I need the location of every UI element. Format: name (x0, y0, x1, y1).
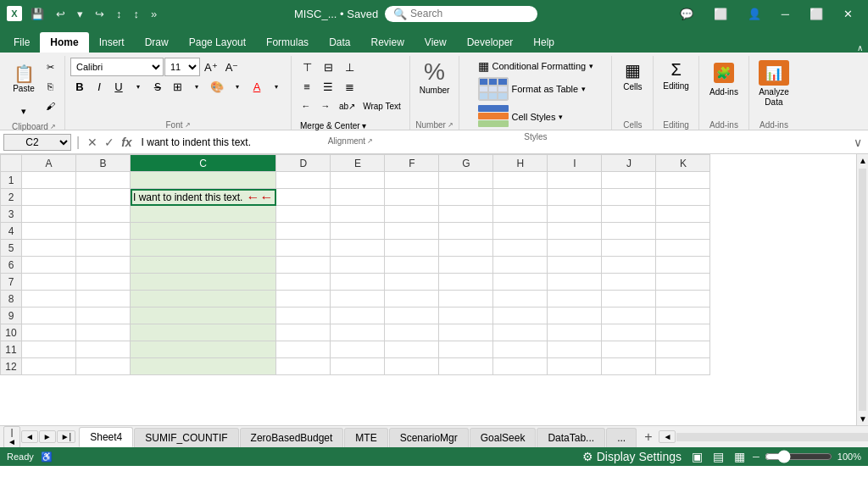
cell-E6[interactable] (331, 257, 385, 274)
cell-J10[interactable] (602, 324, 656, 341)
cell-E7[interactable] (331, 274, 385, 291)
cell-C4[interactable] (131, 223, 276, 240)
cell-J1[interactable] (602, 172, 656, 189)
tab-view[interactable]: View (415, 32, 457, 53)
cell-J2[interactable] (602, 189, 656, 206)
formula-input[interactable] (138, 136, 848, 148)
cell-C7[interactable] (131, 274, 276, 291)
cell-D12[interactable] (276, 358, 331, 375)
cell-G3[interactable] (439, 206, 493, 223)
clipboard-label[interactable]: Clipboard ↗ (12, 122, 56, 131)
sheet-nav-prev[interactable]: ◄ (21, 430, 38, 443)
cell-A1[interactable] (22, 172, 76, 189)
cell-A6[interactable] (22, 257, 76, 274)
cell-B4[interactable] (76, 223, 131, 240)
paste-dropdown[interactable]: ▾ (8, 102, 39, 120)
cell-A7[interactable] (22, 274, 76, 291)
cell-B6[interactable] (76, 257, 131, 274)
cell-I6[interactable] (548, 257, 602, 274)
qat-undo-dropdown[interactable]: ▾ (74, 6, 86, 22)
sheet-tab-ScenarioMgr[interactable]: ScenarioMgr (389, 428, 469, 447)
font-color-dropdown[interactable]: ▾ (267, 77, 286, 96)
sheet-tab-SUMIF-COUNTIF[interactable]: SUMIF_COUNTIF (134, 428, 238, 447)
cell-F8[interactable] (385, 291, 439, 307)
cell-A5[interactable] (22, 240, 76, 257)
cell-A4[interactable] (22, 223, 76, 240)
fill-color-button[interactable]: 🎨 (207, 77, 227, 96)
cell-A9[interactable] (22, 307, 76, 324)
cell-G4[interactable] (439, 223, 493, 240)
cells-btn[interactable]: ▦ Cells (617, 58, 648, 95)
qat-sort-desc[interactable]: ↕ (131, 6, 143, 22)
row-header-11[interactable]: 11 (1, 341, 22, 358)
align-bottom-btn[interactable]: ⊥ (339, 58, 359, 76)
row-header-3[interactable]: 3 (1, 206, 22, 223)
cell-G10[interactable] (439, 324, 493, 341)
cell-I12[interactable] (548, 358, 602, 375)
sheet-nav-first[interactable]: |◄ (3, 426, 20, 448)
cell-B10[interactable] (76, 324, 131, 341)
align-right-btn[interactable]: ≣ (339, 77, 359, 96)
cell-D7[interactable] (276, 274, 331, 291)
cell-F7[interactable] (385, 274, 439, 291)
search-bar[interactable]: 🔍 (385, 6, 537, 22)
cell-D8[interactable] (276, 291, 331, 307)
cell-B3[interactable] (76, 206, 131, 223)
cell-J9[interactable] (602, 307, 656, 324)
cell-H9[interactable] (493, 307, 548, 324)
col-header-D[interactable]: D (276, 155, 331, 172)
tab-home[interactable]: Home (40, 32, 88, 53)
col-header-A[interactable]: A (22, 155, 76, 172)
cell-E5[interactable] (331, 240, 385, 257)
cell-B9[interactable] (76, 307, 131, 324)
grid-container[interactable]: A B C D E F G H I J K 12I want to indent… (0, 154, 856, 425)
cell-F5[interactable] (385, 240, 439, 257)
borders-button[interactable]: ⊞ (168, 77, 186, 96)
tab-insert[interactable]: Insert (89, 32, 135, 53)
cell-H6[interactable] (493, 257, 548, 274)
cell-J4[interactable] (602, 223, 656, 240)
sheet-tab-DataTab---[interactable]: DataTab... (537, 428, 605, 447)
cell-A8[interactable] (22, 291, 76, 307)
cell-A11[interactable] (22, 341, 76, 358)
cell-I4[interactable] (548, 223, 602, 240)
display-settings-btn[interactable]: ⚙ Display Settings (580, 450, 684, 463)
decrease-font-btn[interactable]: A⁻ (222, 58, 242, 76)
cell-E4[interactable] (331, 223, 385, 240)
cell-B1[interactable] (76, 172, 131, 189)
italic-button[interactable]: I (90, 77, 108, 96)
formula-expand-btn[interactable]: ∨ (851, 136, 865, 149)
cell-H2[interactable] (493, 189, 548, 206)
cell-B2[interactable] (76, 189, 131, 206)
merge-cells-btn[interactable]: Merge & Center ▾ (297, 116, 370, 135)
tab-help[interactable]: Help (523, 32, 565, 53)
cell-K7[interactable] (656, 274, 710, 291)
cell-B8[interactable] (76, 291, 131, 307)
cell-H10[interactable] (493, 324, 548, 341)
font-name-select[interactable]: Calibri (70, 58, 164, 76)
tab-formulas[interactable]: Formulas (256, 32, 319, 53)
row-header-4[interactable]: 4 (1, 223, 22, 240)
zoom-slider[interactable] (765, 450, 832, 463)
cell-D10[interactable] (276, 324, 331, 341)
cell-D1[interactable] (276, 172, 331, 189)
cell-H1[interactable] (493, 172, 548, 189)
cell-K6[interactable] (656, 257, 710, 274)
cell-G12[interactable] (439, 358, 493, 375)
cell-E11[interactable] (331, 341, 385, 358)
normal-view-btn[interactable]: ▣ (689, 450, 705, 463)
cell-G6[interactable] (439, 257, 493, 274)
cell-E1[interactable] (331, 172, 385, 189)
formula-confirm-btn[interactable]: ✓ (102, 136, 117, 149)
cell-A2[interactable] (22, 189, 76, 206)
increase-indent-btn[interactable]: → (316, 97, 335, 115)
cell-D4[interactable] (276, 223, 331, 240)
cell-A12[interactable] (22, 358, 76, 375)
bold-button[interactable]: B (70, 77, 89, 96)
addins-btn[interactable]: 🧩 Add-ins (704, 58, 743, 100)
format-painter-button[interactable]: 🖌 (41, 97, 59, 115)
decrease-indent-btn[interactable]: ← (297, 97, 315, 115)
format-as-table-btn[interactable]: Format as Table ▾ (474, 75, 591, 102)
tab-review[interactable]: Review (360, 32, 414, 53)
cell-C3[interactable] (131, 206, 276, 223)
